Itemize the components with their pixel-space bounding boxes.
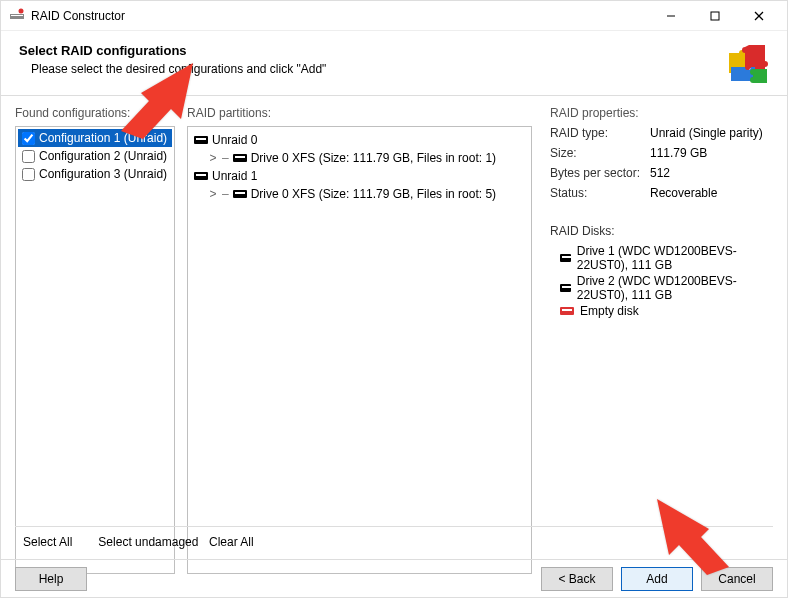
puzzle-icon: [727, 43, 769, 85]
expand-icon[interactable]: >: [208, 149, 218, 167]
footer: Help < Back Add Cancel: [1, 559, 787, 597]
separator: [15, 526, 773, 527]
config-checkbox-3[interactable]: [22, 168, 35, 181]
partition-node[interactable]: Unraid 1: [194, 167, 525, 185]
config-label: Configuration 2 (Unraid): [39, 149, 167, 163]
svg-rect-1: [11, 15, 23, 16]
page-title: Select RAID configurations: [19, 43, 727, 58]
drive-icon: [233, 154, 247, 162]
select-undamaged-button[interactable]: Select undamaged: [90, 531, 206, 553]
partition-child[interactable]: > – Drive 0 XFS (Size: 111.79 GB, Files …: [194, 149, 525, 167]
expand-icon[interactable]: >: [208, 185, 218, 203]
raid-partitions-column: RAID partitions: Unraid 0 > – Drive 0 XF…: [187, 106, 532, 574]
cancel-button[interactable]: Cancel: [701, 567, 773, 591]
minimize-button[interactable]: [649, 2, 693, 30]
app-icon: [9, 8, 25, 24]
partition-label: Unraid 1: [212, 167, 257, 185]
prop-value: 512: [650, 166, 773, 180]
partition-label: Unraid 0: [212, 131, 257, 149]
selection-buttons: Select All Select undamaged: [15, 531, 206, 553]
raid-properties-column: RAID properties: RAID type: Unraid (Sing…: [544, 106, 773, 574]
properties-label: RAID properties:: [550, 106, 773, 120]
disks-list: Drive 1 (WDC WD1200BEVS-22UST0), 111 GB …: [550, 244, 773, 318]
prop-key: Status:: [550, 186, 650, 200]
properties-grid: RAID type: Unraid (Single parity) Size: …: [550, 126, 773, 200]
drive-icon: [194, 136, 208, 144]
prop-value: 111.79 GB: [650, 146, 773, 160]
prop-value: Unraid (Single parity): [650, 126, 773, 140]
drive-icon: [233, 190, 247, 198]
tree-connector: –: [222, 185, 229, 203]
config-item-2[interactable]: Configuration 2 (Unraid): [18, 147, 172, 165]
config-checkbox-1[interactable]: [22, 132, 35, 145]
config-item-3[interactable]: Configuration 3 (Unraid): [18, 165, 172, 183]
partition-child-label: Drive 0 XFS (Size: 111.79 GB, Files in r…: [251, 149, 496, 167]
window-title: RAID Constructor: [31, 9, 125, 23]
main-content: Found configurations: Configuration 1 (U…: [1, 96, 787, 574]
partition-child[interactable]: > – Drive 0 XFS (Size: 111.79 GB, Files …: [194, 185, 525, 203]
partitions-label: RAID partitions:: [187, 106, 532, 120]
help-button[interactable]: Help: [15, 567, 87, 591]
drive-icon: [560, 254, 571, 262]
title-bar: RAID Constructor: [1, 1, 787, 31]
close-button[interactable]: [737, 2, 781, 30]
config-label: Configuration 1 (Unraid): [39, 131, 167, 145]
disk-item: Drive 1 (WDC WD1200BEVS-22UST0), 111 GB: [560, 244, 773, 272]
config-item-1[interactable]: Configuration 1 (Unraid): [18, 129, 172, 147]
select-all-button[interactable]: Select All: [15, 531, 80, 553]
back-button[interactable]: < Back: [541, 567, 613, 591]
disk-label: Drive 1 (WDC WD1200BEVS-22UST0), 111 GB: [577, 244, 773, 272]
disk-item: Empty disk: [560, 304, 773, 318]
partition-node[interactable]: Unraid 0: [194, 131, 525, 149]
disks-label: RAID Disks:: [550, 224, 773, 238]
svg-rect-4: [711, 12, 719, 20]
found-configurations-column: Found configurations: Configuration 1 (U…: [15, 106, 175, 574]
disk-item: Drive 2 (WDC WD1200BEVS-22UST0), 111 GB: [560, 274, 773, 302]
page-subtitle: Please select the desired configurations…: [31, 62, 727, 76]
found-label: Found configurations:: [15, 106, 175, 120]
page-header: Select RAID configurations Please select…: [1, 31, 787, 96]
partition-child-label: Drive 0 XFS (Size: 111.79 GB, Files in r…: [251, 185, 496, 203]
svg-point-2: [19, 8, 24, 13]
add-button[interactable]: Add: [621, 567, 693, 591]
prop-key: RAID type:: [550, 126, 650, 140]
maximize-button[interactable]: [693, 2, 737, 30]
tree-connector: –: [222, 149, 229, 167]
prop-key: Bytes per sector:: [550, 166, 650, 180]
prop-key: Size:: [550, 146, 650, 160]
disk-label: Empty disk: [580, 304, 639, 318]
empty-drive-icon: [560, 307, 574, 315]
clear-all-button[interactable]: Clear All: [201, 531, 262, 553]
svg-rect-0: [10, 14, 24, 19]
drive-icon: [194, 172, 208, 180]
disk-label: Drive 2 (WDC WD1200BEVS-22UST0), 111 GB: [577, 274, 773, 302]
drive-icon: [560, 284, 571, 292]
found-configurations-list[interactable]: Configuration 1 (Unraid) Configuration 2…: [15, 126, 175, 574]
prop-value: Recoverable: [650, 186, 773, 200]
raid-partitions-tree[interactable]: Unraid 0 > – Drive 0 XFS (Size: 111.79 G…: [187, 126, 532, 574]
config-checkbox-2[interactable]: [22, 150, 35, 163]
config-label: Configuration 3 (Unraid): [39, 167, 167, 181]
